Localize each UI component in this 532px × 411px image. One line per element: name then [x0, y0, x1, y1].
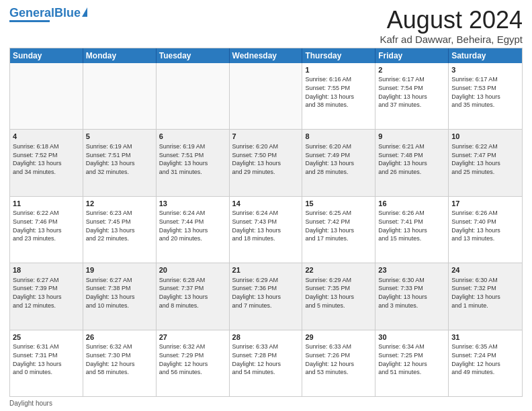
logo-text: GeneralBlue: [9, 7, 81, 19]
calendar-cell: 28Sunrise: 6:33 AM Sunset: 7:28 PM Dayli…: [230, 330, 303, 396]
day-number: 10: [451, 132, 519, 142]
day-number: 26: [86, 332, 153, 342]
day-number: 29: [305, 332, 372, 342]
calendar-header: SundayMondayTuesdayWednesdayThursdayFrid…: [10, 48, 522, 63]
calendar-header-cell: Tuesday: [157, 48, 230, 63]
day-info: Sunrise: 6:25 AM Sunset: 7:42 PM Dayligh…: [305, 209, 372, 242]
calendar-cell: 2Sunrise: 6:17 AM Sunset: 7:54 PM Daylig…: [375, 63, 449, 129]
day-info: Sunrise: 6:22 AM Sunset: 7:46 PM Dayligh…: [13, 209, 80, 242]
footer: Daylight hours: [9, 400, 523, 407]
calendar-header-cell: Sunday: [10, 48, 83, 63]
day-info: Sunrise: 6:26 AM Sunset: 7:40 PM Dayligh…: [451, 209, 519, 242]
calendar-week-row: 1Sunrise: 6:16 AM Sunset: 7:55 PM Daylig…: [10, 63, 522, 130]
calendar-cell: 9Sunrise: 6:21 AM Sunset: 7:48 PM Daylig…: [375, 130, 449, 195]
day-info: Sunrise: 6:30 AM Sunset: 7:32 PM Dayligh…: [451, 276, 519, 310]
header: GeneralBlue August 2024 Kafr ad Dawwar, …: [9, 7, 523, 45]
day-info: Sunrise: 6:20 AM Sunset: 7:49 PM Dayligh…: [305, 142, 372, 176]
day-number: 5: [86, 132, 153, 142]
day-info: Sunrise: 6:35 AM Sunset: 7:24 PM Dayligh…: [451, 342, 519, 376]
day-number: 30: [378, 332, 445, 342]
day-number: 9: [378, 132, 445, 142]
day-info: Sunrise: 6:29 AM Sunset: 7:35 PM Dayligh…: [305, 276, 372, 310]
day-number: 27: [159, 332, 226, 342]
calendar-header-cell: Friday: [375, 48, 449, 63]
day-info: Sunrise: 6:29 AM Sunset: 7:36 PM Dayligh…: [232, 276, 300, 310]
day-number: 8: [305, 132, 372, 142]
day-info: Sunrise: 6:23 AM Sunset: 7:45 PM Dayligh…: [86, 209, 153, 242]
day-number: 1: [305, 65, 372, 75]
day-number: 3: [451, 65, 519, 75]
day-number: 2: [378, 65, 445, 75]
day-number: 22: [305, 265, 372, 275]
day-info: Sunrise: 6:33 AM Sunset: 7:26 PM Dayligh…: [305, 342, 372, 376]
calendar-cell: 7Sunrise: 6:20 AM Sunset: 7:50 PM Daylig…: [230, 130, 303, 195]
calendar-cell: 14Sunrise: 6:24 AM Sunset: 7:43 PM Dayli…: [230, 197, 303, 263]
calendar-cell: 13Sunrise: 6:24 AM Sunset: 7:44 PM Dayli…: [157, 197, 230, 263]
day-info: Sunrise: 6:24 AM Sunset: 7:44 PM Dayligh…: [159, 209, 226, 242]
calendar-header-cell: Monday: [83, 48, 157, 63]
logo-triangle-icon: [82, 7, 87, 17]
day-number: 14: [232, 199, 300, 209]
calendar-cell: 27Sunrise: 6:32 AM Sunset: 7:29 PM Dayli…: [157, 330, 230, 396]
day-info: Sunrise: 6:27 AM Sunset: 7:39 PM Dayligh…: [13, 276, 80, 310]
day-number: 7: [232, 132, 300, 142]
calendar-cell: 30Sunrise: 6:34 AM Sunset: 7:25 PM Dayli…: [375, 330, 449, 396]
calendar-cell: 1Sunrise: 6:16 AM Sunset: 7:55 PM Daylig…: [302, 63, 375, 129]
day-info: Sunrise: 6:18 AM Sunset: 7:52 PM Dayligh…: [13, 142, 80, 176]
day-info: Sunrise: 6:32 AM Sunset: 7:30 PM Dayligh…: [86, 342, 153, 376]
day-info: Sunrise: 6:22 AM Sunset: 7:47 PM Dayligh…: [451, 142, 519, 176]
logo-general: General: [9, 6, 54, 19]
calendar-week-row: 18Sunrise: 6:27 AM Sunset: 7:39 PM Dayli…: [10, 263, 522, 330]
day-number: 6: [159, 132, 226, 142]
day-number: 31: [451, 332, 519, 342]
calendar-cell: 26Sunrise: 6:32 AM Sunset: 7:30 PM Dayli…: [83, 330, 157, 396]
day-number: 21: [232, 265, 300, 275]
title-block: August 2024 Kafr ad Dawwar, Beheira, Egy…: [380, 7, 523, 45]
day-info: Sunrise: 6:26 AM Sunset: 7:41 PM Dayligh…: [378, 209, 445, 242]
day-info: Sunrise: 6:33 AM Sunset: 7:28 PM Dayligh…: [232, 342, 300, 376]
calendar-cell: 16Sunrise: 6:26 AM Sunset: 7:41 PM Dayli…: [375, 197, 449, 263]
calendar: SundayMondayTuesdayWednesdayThursdayFrid…: [9, 48, 523, 397]
day-number: 20: [159, 265, 226, 275]
page: GeneralBlue August 2024 Kafr ad Dawwar, …: [0, 0, 532, 411]
main-title: August 2024: [380, 7, 523, 34]
calendar-cell: 19Sunrise: 6:27 AM Sunset: 7:38 PM Dayli…: [83, 263, 157, 329]
calendar-cell: 29Sunrise: 6:33 AM Sunset: 7:26 PM Dayli…: [302, 330, 375, 396]
calendar-body: 1Sunrise: 6:16 AM Sunset: 7:55 PM Daylig…: [10, 63, 522, 396]
subtitle: Kafr ad Dawwar, Beheira, Egypt: [380, 34, 523, 45]
calendar-cell: 12Sunrise: 6:23 AM Sunset: 7:45 PM Dayli…: [83, 197, 157, 263]
calendar-week-row: 25Sunrise: 6:31 AM Sunset: 7:31 PM Dayli…: [10, 330, 522, 396]
day-number: 28: [232, 332, 300, 342]
day-number: 19: [86, 265, 153, 275]
calendar-header-cell: Saturday: [449, 48, 522, 63]
calendar-header-cell: Wednesday: [230, 48, 303, 63]
day-number: 18: [13, 265, 80, 275]
day-number: 24: [451, 265, 519, 275]
calendar-cell: 17Sunrise: 6:26 AM Sunset: 7:40 PM Dayli…: [449, 197, 522, 263]
calendar-cell: 11Sunrise: 6:22 AM Sunset: 7:46 PM Dayli…: [10, 197, 83, 263]
day-info: Sunrise: 6:27 AM Sunset: 7:38 PM Dayligh…: [86, 276, 153, 310]
day-info: Sunrise: 6:28 AM Sunset: 7:37 PM Dayligh…: [159, 276, 226, 310]
day-info: Sunrise: 6:19 AM Sunset: 7:51 PM Dayligh…: [86, 142, 153, 176]
logo-blue: Blue: [54, 6, 81, 19]
day-number: 12: [86, 199, 153, 209]
day-number: 4: [13, 132, 80, 142]
calendar-cell: 20Sunrise: 6:28 AM Sunset: 7:37 PM Dayli…: [157, 263, 230, 329]
calendar-cell: 22Sunrise: 6:29 AM Sunset: 7:35 PM Dayli…: [302, 263, 375, 329]
calendar-cell: [230, 63, 303, 129]
calendar-cell: [83, 63, 157, 129]
day-number: 13: [159, 199, 226, 209]
day-number: 15: [305, 199, 372, 209]
calendar-week-row: 11Sunrise: 6:22 AM Sunset: 7:46 PM Dayli…: [10, 197, 522, 263]
day-number: 23: [378, 265, 445, 275]
calendar-cell: 31Sunrise: 6:35 AM Sunset: 7:24 PM Dayli…: [449, 330, 522, 396]
day-number: 17: [451, 199, 519, 209]
day-info: Sunrise: 6:17 AM Sunset: 7:53 PM Dayligh…: [451, 75, 519, 109]
calendar-cell: 6Sunrise: 6:19 AM Sunset: 7:51 PM Daylig…: [157, 130, 230, 195]
day-info: Sunrise: 6:24 AM Sunset: 7:43 PM Dayligh…: [232, 209, 300, 242]
calendar-cell: [10, 63, 83, 129]
calendar-header-cell: Thursday: [302, 48, 375, 63]
day-info: Sunrise: 6:16 AM Sunset: 7:55 PM Dayligh…: [305, 75, 372, 109]
calendar-cell: [157, 63, 230, 129]
day-number: 25: [13, 332, 80, 342]
